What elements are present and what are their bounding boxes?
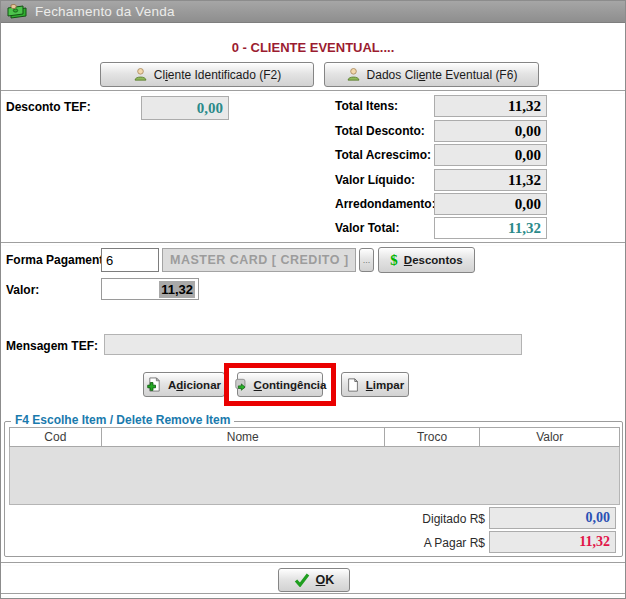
forma-pagamento-browse-button[interactable]: ...: [359, 248, 374, 272]
ok-label: OK: [316, 573, 335, 587]
contingencia-button[interactable]: Contingência: [237, 372, 323, 397]
adicionar-button[interactable]: Adicionar: [143, 372, 225, 397]
total-itens-label: Total Itens:: [335, 99, 398, 113]
forma-pagamento-combo[interactable]: MASTER CARD [ CREDITO ]: [162, 248, 356, 272]
contingencia-label: Contingência: [254, 379, 327, 391]
title-bar: Fechamento da Venda: [1, 1, 625, 23]
apagar-label: A Pagar R$: [295, 536, 485, 550]
fechamento-venda-window: Fechamento da Venda 0 - CLIENTE EVENTUAL…: [0, 0, 626, 599]
adicionar-label: Adicionar: [168, 379, 221, 391]
digitado-label: Digitado R$: [295, 512, 485, 526]
digitado-value: 0,00: [489, 507, 616, 529]
limpar-button[interactable]: Limpar: [341, 372, 409, 397]
customer-eventual-label: 0 - CLIENTE EVENTUAL....: [1, 40, 625, 55]
column-header-cod[interactable]: Cod: [10, 428, 102, 446]
mensagem-tef-label: Mensagem TEF:: [6, 339, 98, 353]
items-table-body[interactable]: [9, 447, 620, 505]
blank-page-icon: [346, 378, 360, 392]
cliente-identificado-button[interactable]: Cliente Identificado (F2): [100, 62, 314, 87]
column-header-nome[interactable]: Nome: [102, 428, 385, 446]
dados-cliente-eventual-label: Dados Cliente Eventual (F6): [367, 68, 518, 82]
divider: [1, 242, 625, 246]
divider: [1, 593, 625, 597]
items-groupbox: F4 Escolhe Item / Delete Remove Item Cod…: [4, 421, 623, 557]
valor-label: Valor:: [6, 283, 39, 297]
groupbox-legend: F4 Escolhe Item / Delete Remove Item: [11, 413, 234, 427]
dollar-icon: $: [390, 252, 398, 269]
items-table-header: Cod Nome Troco Valor: [9, 427, 620, 447]
valor-selected-text: 11,32: [159, 281, 195, 298]
total-desconto-label: Total Desconto:: [335, 124, 425, 138]
window-title: Fechamento da Venda: [35, 4, 175, 19]
column-header-troco[interactable]: Troco: [385, 428, 481, 446]
divider: [1, 562, 625, 566]
cliente-identificado-label: Cliente Identificado (F2): [154, 68, 281, 82]
person-icon: [133, 67, 148, 82]
mensagem-tef-field: [104, 334, 522, 355]
valor-liquido-label: Valor Líquido:: [335, 173, 415, 187]
column-header-valor[interactable]: Valor: [480, 428, 619, 446]
money-icon: [7, 4, 27, 19]
dados-cliente-eventual-button[interactable]: Dados Cliente Eventual (F6): [324, 62, 539, 87]
contingency-icon: [234, 378, 248, 392]
valor-total-label: Valor Total:: [335, 221, 399, 235]
desconto-tef-label: Desconto TEF:: [6, 100, 91, 114]
forma-pagamento-label: Forma Pagamento:: [6, 253, 115, 267]
add-page-icon: [147, 377, 162, 392]
forma-pagamento-code-input[interactable]: 6: [101, 248, 159, 272]
valor-input[interactable]: 11,32: [101, 278, 199, 300]
descontos-button[interactable]: $ Descontos: [378, 247, 475, 273]
valor-liquido-value: 11,32: [434, 169, 547, 191]
divider: [1, 90, 625, 94]
check-icon: [294, 573, 310, 587]
total-acrescimo-value: 0,00: [434, 144, 547, 166]
total-acrescimo-label: Total Acrescimo:: [335, 148, 431, 162]
descontos-label: Descontos: [404, 254, 463, 266]
ok-button[interactable]: OK: [278, 568, 350, 592]
apagar-value: 11,32: [489, 531, 616, 553]
desconto-tef-value: 0,00: [141, 96, 229, 120]
person-icon: [346, 67, 361, 82]
arredondamento-label: Arredondamento:: [335, 197, 436, 211]
total-desconto-value: 0,00: [434, 120, 547, 142]
total-itens-value: 11,32: [434, 95, 547, 117]
valor-total-value: 11,32: [434, 217, 547, 239]
limpar-label: Limpar: [366, 379, 404, 391]
arredondamento-value: 0,00: [434, 193, 547, 215]
